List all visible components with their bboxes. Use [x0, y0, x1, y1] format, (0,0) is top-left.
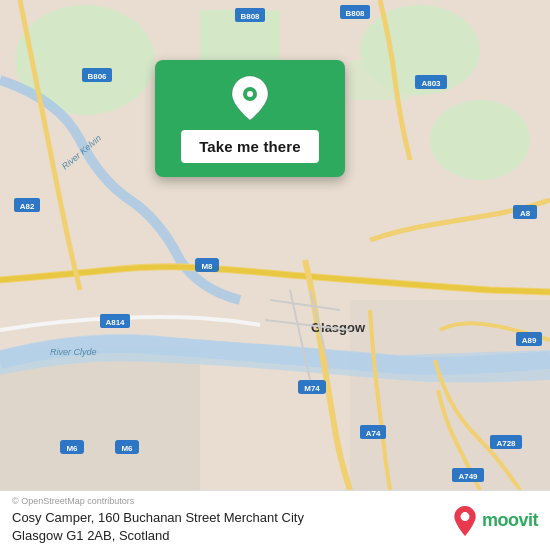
svg-rect-7	[350, 300, 550, 490]
svg-text:A814: A814	[105, 318, 125, 327]
location-pin-icon	[230, 74, 270, 122]
svg-text:A82: A82	[20, 202, 35, 211]
svg-text:A74: A74	[366, 429, 381, 438]
svg-text:River Clyde: River Clyde	[50, 347, 97, 357]
footer-info: © OpenStreetMap contributors Cosy Camper…	[12, 496, 304, 545]
svg-text:A728: A728	[496, 439, 516, 448]
location-address: Cosy Camper, 160 Buchanan Street Merchan…	[12, 509, 304, 545]
svg-text:B808: B808	[345, 9, 365, 18]
svg-text:A749: A749	[458, 472, 478, 481]
svg-text:M6: M6	[66, 444, 78, 453]
svg-text:A803: A803	[421, 79, 441, 88]
svg-point-3	[430, 100, 530, 180]
svg-text:B808: B808	[240, 12, 260, 21]
attribution-text: © OpenStreetMap contributors	[12, 496, 304, 506]
svg-text:A8: A8	[520, 209, 531, 218]
svg-text:M74: M74	[304, 384, 320, 393]
svg-point-47	[461, 512, 470, 521]
svg-rect-5	[350, 60, 410, 100]
moovit-pin-icon	[451, 505, 479, 537]
svg-text:B806: B806	[87, 72, 107, 81]
svg-point-46	[247, 91, 253, 97]
svg-rect-6	[0, 350, 200, 490]
svg-text:A89: A89	[522, 336, 537, 345]
take-me-there-button[interactable]: Take me there	[181, 130, 319, 163]
pin-icon-wrap	[228, 76, 272, 120]
moovit-logo: moovit	[451, 505, 538, 537]
moovit-brand-text: moovit	[482, 510, 538, 531]
map-container: M6 M6 B808 B808 B806 A82 A803 A8 A89 M8 …	[0, 0, 550, 490]
svg-text:M8: M8	[201, 262, 213, 271]
location-card: Take me there	[155, 60, 345, 177]
footer: © OpenStreetMap contributors Cosy Camper…	[0, 490, 550, 550]
svg-text:M6: M6	[121, 444, 133, 453]
